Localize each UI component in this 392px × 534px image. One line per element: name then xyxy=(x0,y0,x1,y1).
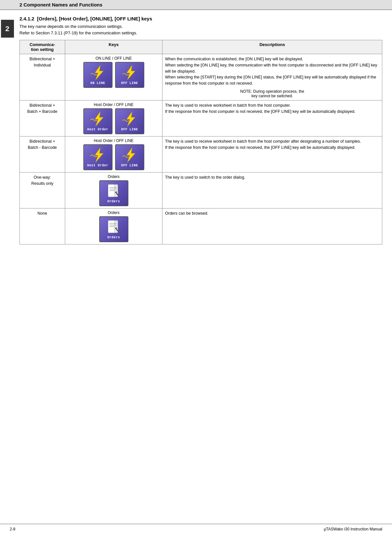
keys-cell: Host Order / OFF LINE Host Order OFF LIN… xyxy=(65,136,162,172)
svg-marker-5 xyxy=(126,148,135,162)
comm-setting-cell: None xyxy=(20,208,65,244)
desc-text: The key is used to receive worksheet in … xyxy=(165,138,379,151)
comm-setting-cell: Bidirectional +Individual xyxy=(20,54,65,101)
keys-cell: Orders Orders xyxy=(65,208,162,244)
keys-cell: Host Order / OFF LINE Host Order OFF LIN… xyxy=(65,100,162,136)
svg-marker-2 xyxy=(95,112,103,126)
desc-text: Orders can be browsed. xyxy=(165,210,379,217)
key-button[interactable]: ON LINE xyxy=(83,62,113,88)
svg-marker-4 xyxy=(95,148,103,162)
page-header: 2 Component Names and Functions xyxy=(0,0,392,10)
main-table: Communica-tion setting Keys Descriptions… xyxy=(19,40,382,244)
chapter-side: 2 xyxy=(0,10,15,524)
key-button[interactable]: OFF LINE xyxy=(115,62,144,88)
key-images: Host Order OFF LINE xyxy=(68,108,160,134)
comm-setting-cell: Bidirectional +Batch + Barcode xyxy=(20,100,65,136)
section-title: 2.4.1.2 [Orders], [Host Order], [ONLINE]… xyxy=(19,16,382,21)
svg-marker-0 xyxy=(95,65,103,80)
key-images: Host Order OFF LINE xyxy=(68,144,160,170)
footer-left: 2-8 xyxy=(10,527,15,531)
note-text: NOTE: During operation process, the key … xyxy=(165,89,379,98)
key-button[interactable]: Host Order xyxy=(83,108,113,134)
comm-setting-cell: Bidirectional +Batch - Barcode xyxy=(20,136,65,172)
desc-text: When the communication is established, t… xyxy=(165,56,379,87)
description-cell: The key is used to switch to the order d… xyxy=(162,172,382,208)
keys-label: Host Order / OFF LINE xyxy=(68,138,160,143)
content-area: 2 2.4.1.2 [Orders], [Host Order], [ONLIN… xyxy=(0,10,392,524)
key-images: Orders xyxy=(68,216,160,242)
keys-label: ON LINE / OFF LINE xyxy=(68,56,160,61)
section-description: The key name depends on the communicatio… xyxy=(19,23,382,36)
desc-text: The key is used to receive worksheet in … xyxy=(165,102,379,115)
keys-cell: Orders Orders xyxy=(65,172,162,208)
chapter-number: 2 xyxy=(1,20,14,38)
description-cell: Orders can be browsed. xyxy=(162,208,382,244)
svg-marker-1 xyxy=(126,65,135,80)
col-header-comm: Communica-tion setting xyxy=(20,40,65,54)
key-images: Orders xyxy=(68,180,160,206)
comm-setting-cell: One-way:Results only xyxy=(20,172,65,208)
footer: 2-8 µTASWako i30 Instruction Manual xyxy=(0,524,392,534)
key-button[interactable]: OFF LINE xyxy=(115,144,144,170)
key-button[interactable]: Orders xyxy=(99,216,128,242)
svg-marker-3 xyxy=(126,112,135,126)
key-button[interactable]: OFF LINE xyxy=(115,108,144,134)
description-cell: The key is used to receive worksheet in … xyxy=(162,100,382,136)
col-header-desc: Descriptions xyxy=(162,40,382,54)
col-header-keys: Keys xyxy=(65,40,162,54)
description-cell: When the communication is established, t… xyxy=(162,54,382,101)
header-title: 2 Component Names and Functions xyxy=(19,2,102,7)
keys-label: Host Order / OFF LINE xyxy=(68,102,160,107)
footer-right: µTASWako i30 Instruction Manual xyxy=(324,527,382,531)
keys-label: Orders xyxy=(68,210,160,215)
key-images: ON LINE OFF LINE xyxy=(68,62,160,88)
keys-cell: ON LINE / OFF LINE ON LINE OFF LINE xyxy=(65,54,162,101)
desc-text: The key is used to switch to the order d… xyxy=(165,174,379,181)
key-button[interactable]: Host Order xyxy=(83,144,113,170)
keys-label: Orders xyxy=(68,174,160,179)
description-cell: The key is used to receive worksheet in … xyxy=(162,136,382,172)
key-button[interactable]: Orders xyxy=(99,180,128,206)
